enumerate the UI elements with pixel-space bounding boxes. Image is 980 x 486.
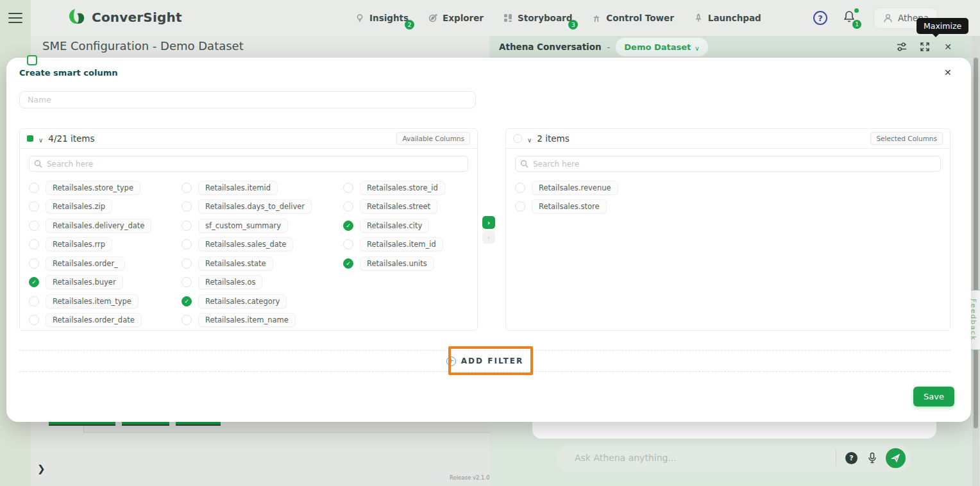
unchecked-checkbox[interactable] [29, 201, 39, 212]
column-chip[interactable]: Retailsales.city [360, 219, 429, 233]
column-chip[interactable]: Retailsales.revenue [532, 181, 618, 195]
select-all-checkbox[interactable] [513, 134, 522, 143]
column-option[interactable]: Retailsales.item_name [182, 315, 343, 326]
brand-logo[interactable]: ConverSight [67, 8, 182, 27]
send-button[interactable] [886, 448, 906, 468]
unchecked-checkbox[interactable] [29, 183, 39, 193]
chat-help-icon[interactable] [845, 452, 858, 464]
nav-item-insights[interactable]: Insights 2 [355, 13, 409, 23]
column-chip[interactable]: Retailsales.days_to_deliver [198, 199, 312, 214]
hamburger-menu-icon[interactable] [8, 13, 22, 23]
column-chip[interactable]: Retailsales.street [360, 199, 437, 214]
column-option[interactable]: ✓Retailsales.city [343, 220, 468, 231]
column-option[interactable]: Retailsales.revenue [515, 182, 941, 193]
unchecked-checkbox[interactable] [182, 183, 192, 193]
column-option[interactable]: Retailsales.order_ [29, 258, 182, 269]
unchecked-checkbox[interactable] [29, 221, 39, 231]
chevron-down-icon[interactable] [38, 133, 43, 145]
column-option[interactable]: Retailsales.item_type [29, 296, 182, 306]
column-chip[interactable]: Retailsales.store [532, 199, 607, 214]
unchecked-checkbox[interactable] [29, 315, 39, 325]
select-all-checkbox[interactable] [27, 135, 33, 142]
column-option[interactable]: Retailsales.rrp [29, 239, 182, 250]
column-chip[interactable]: Retailsales.itemid [198, 181, 278, 195]
panel-settings-button[interactable] [895, 40, 908, 53]
nav-item-explorer[interactable]: Explorer [428, 13, 484, 23]
checked-checkbox[interactable]: ✓ [29, 277, 39, 287]
nav-item-storyboard[interactable]: Storyboard 3 [503, 13, 572, 23]
column-chip[interactable]: Retailsales.zip [46, 199, 112, 214]
column-chip[interactable]: Retailsales.rrp [46, 237, 112, 251]
column-option[interactable]: Retailsales.state [182, 258, 343, 269]
unchecked-checkbox[interactable] [182, 221, 192, 231]
unchecked-checkbox[interactable] [515, 183, 525, 193]
move-left-button[interactable] [482, 231, 495, 244]
nav-item-launchpad[interactable]: Launchpad [693, 13, 761, 23]
column-chip[interactable]: Retailsales.category [198, 294, 287, 308]
available-search-input[interactable] [29, 156, 468, 172]
column-chip[interactable]: sf_custom_summary [198, 219, 288, 233]
vertical-scrollbar[interactable] [972, 36, 979, 486]
dataset-selector[interactable]: Demo Dataset [616, 38, 707, 56]
scrollbar-thumb[interactable] [974, 58, 978, 428]
unchecked-checkbox[interactable] [182, 201, 192, 212]
column-option[interactable]: Retailsales.zip [29, 201, 182, 212]
selected-search-input[interactable] [515, 156, 941, 172]
chat-input[interactable]: Ask Athena anything... [575, 453, 836, 463]
microphone-icon[interactable] [868, 452, 877, 464]
panel-close-button[interactable] [942, 40, 954, 53]
checked-checkbox[interactable]: ✓ [182, 296, 192, 306]
unchecked-checkbox[interactable] [29, 239, 39, 249]
name-input[interactable] [19, 91, 476, 108]
unchecked-checkbox[interactable] [343, 183, 353, 193]
column-chip[interactable]: Retailsales.order_date [46, 313, 142, 327]
unchecked-checkbox[interactable] [182, 258, 192, 269]
column-option[interactable]: sf_custom_summary [182, 220, 343, 231]
column-chip[interactable]: Retailsales.item_name [198, 313, 296, 327]
column-chip[interactable]: Retailsales.store_id [360, 181, 445, 195]
unchecked-checkbox[interactable] [182, 239, 192, 249]
column-option[interactable]: ✓Retailsales.units [343, 258, 468, 269]
column-chip[interactable]: Retailsales.order_ [46, 256, 125, 271]
column-option[interactable]: Retailsales.street [343, 201, 468, 212]
modal-close-icon[interactable] [944, 66, 956, 78]
notifications-button[interactable]: 1 [843, 10, 858, 26]
checked-checkbox[interactable]: ✓ [343, 258, 353, 269]
help-icon[interactable] [813, 11, 827, 25]
checked-checkbox[interactable]: ✓ [343, 221, 353, 231]
unchecked-checkbox[interactable] [29, 258, 39, 269]
column-chip[interactable]: Retailsales.os [198, 275, 262, 289]
column-chip[interactable]: Retailsales.state [198, 256, 273, 271]
column-chip[interactable]: Retailsales.units [360, 256, 434, 271]
column-option[interactable]: Retailsales.item_id [343, 239, 468, 250]
column-option[interactable]: Retailsales.sales_date [182, 239, 343, 250]
column-option[interactable]: Retailsales.days_to_deliver [182, 201, 343, 212]
column-chip[interactable]: Retailsales.sales_date [198, 237, 293, 251]
unchecked-checkbox[interactable] [182, 315, 192, 325]
column-option[interactable]: Retailsales.store_type [29, 182, 182, 193]
chevron-down-icon[interactable] [527, 133, 532, 145]
unchecked-checkbox[interactable] [29, 296, 39, 306]
unchecked-checkbox[interactable] [343, 239, 353, 249]
column-option[interactable]: Retailsales.delivery_date [29, 220, 182, 231]
column-chip[interactable]: Retailsales.item_id [360, 237, 443, 251]
chat-input-bar[interactable]: Ask Athena anything... [557, 444, 911, 472]
unchecked-checkbox[interactable] [515, 201, 525, 212]
column-option[interactable]: Retailsales.store_id [343, 182, 468, 193]
dataset-mini-icon[interactable] [27, 55, 37, 65]
column-option[interactable]: Retailsales.itemid [182, 182, 343, 193]
column-option[interactable]: Retailsales.store [515, 201, 941, 212]
column-chip[interactable]: Retailsales.delivery_date [46, 219, 151, 233]
panel-maximize-button[interactable] [918, 40, 931, 53]
unchecked-checkbox[interactable] [343, 201, 353, 212]
column-option[interactable]: ✓Retailsales.category [182, 296, 343, 306]
add-filter-button[interactable]: ADD FILTER [19, 350, 950, 372]
column-option[interactable]: ✓Retailsales.buyer [29, 277, 182, 288]
nav-item-control-tower[interactable]: Control Tower [591, 13, 673, 23]
column-option[interactable]: Retailsales.os [182, 277, 343, 288]
column-chip[interactable]: Retailsales.buyer [46, 275, 123, 289]
column-chip[interactable]: Retailsales.store_type [46, 181, 140, 195]
unchecked-checkbox[interactable] [182, 277, 192, 287]
move-right-button[interactable] [482, 216, 495, 229]
expand-chevron-icon[interactable] [37, 463, 46, 474]
